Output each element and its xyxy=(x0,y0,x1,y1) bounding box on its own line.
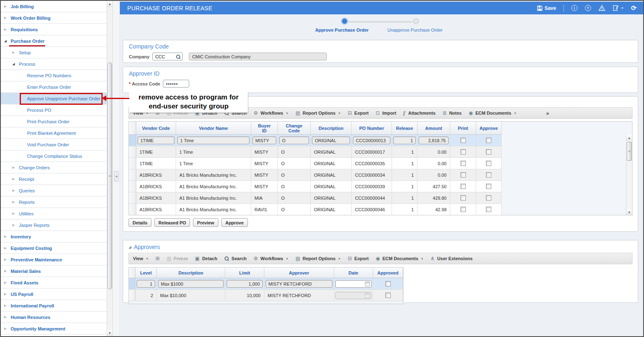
print-checkbox[interactable] xyxy=(461,172,466,178)
step-approve-label[interactable]: Approve Purchase Order xyxy=(305,28,379,32)
sidebar-item-requisitions[interactable]: ▶Requisitions xyxy=(1,24,107,35)
row-header-cell[interactable] xyxy=(129,135,136,146)
print-checkbox[interactable] xyxy=(461,207,466,212)
sidebar-item-purchase-order[interactable]: ◢Purchase Order xyxy=(1,35,107,47)
row-header-cell[interactable] xyxy=(129,169,136,180)
column-header-description[interactable]: Description xyxy=(311,122,352,134)
sidebar-item-void-purchase-order[interactable]: Void Purchase Order xyxy=(1,139,107,150)
help-button[interactable]: ? xyxy=(585,5,591,11)
expand-arrow-icon[interactable]: ▶ xyxy=(4,304,11,307)
approved-checkbox[interactable] xyxy=(385,281,391,286)
level-input[interactable]: 1 xyxy=(137,280,155,288)
report-options-button[interactable]: ▤Report Options▼ xyxy=(296,111,341,115)
po-grid-scrollbar-thumb[interactable]: ≡ xyxy=(627,142,632,161)
expand-arrow-icon[interactable]: ▶ xyxy=(4,5,11,8)
save-button[interactable]: Save xyxy=(537,5,556,11)
notes-button[interactable]: ≣Notes xyxy=(442,111,462,115)
scroll-down-arrow-icon[interactable]: ▼ xyxy=(626,209,632,215)
warning-button[interactable] xyxy=(598,5,605,11)
edit-form-button[interactable]: ▼ xyxy=(613,5,624,11)
sidebar-item-preventive-maintenance[interactable]: ▶Preventive Maintenance xyxy=(1,254,107,265)
sidebar-item-us-payroll[interactable]: ▶US Payroll xyxy=(1,289,107,300)
table-row[interactable]: 1Max $10001,000MISTY RETCHFORD xyxy=(129,278,403,290)
user-extensions-button[interactable]: ⋔User Extensions xyxy=(431,256,472,261)
column-header-release[interactable]: Release xyxy=(392,122,417,134)
print-checkbox[interactable] xyxy=(461,161,466,166)
collapse-arrow-icon[interactable]: ◢ xyxy=(12,62,19,66)
expand-arrow-icon[interactable]: ▶ xyxy=(12,200,19,204)
ecm-documents-button[interactable]: ◉ECM Documents▼ xyxy=(469,111,517,115)
approve-checkbox[interactable] xyxy=(486,184,491,189)
report-options-button[interactable]: ▤Report Options▼ xyxy=(296,256,341,261)
sidebar-item-change-orders[interactable]: ▶Change Orders xyxy=(1,162,107,173)
calendar-icon[interactable] xyxy=(365,293,370,298)
table-row[interactable]: A1BRICKSA1 Bricks Manufacturing Inc.MIST… xyxy=(129,181,502,192)
column-header-date[interactable]: Date xyxy=(334,268,373,278)
qbe-button[interactable]: ⊞ xyxy=(156,111,160,115)
print-checkbox[interactable] xyxy=(461,184,466,189)
sidebar-item-equipment-costing[interactable]: ▶Equipment Costing xyxy=(1,242,107,254)
expand-arrow-icon[interactable]: ▶ xyxy=(4,258,11,261)
scroll-down-arrow-icon[interactable]: ▼ xyxy=(107,330,112,336)
approve-checkbox[interactable] xyxy=(486,138,491,143)
sidebar-item-opportunity-management[interactable]: ▶Opportunity Management xyxy=(1,323,107,335)
row-header-cell[interactable] xyxy=(129,146,136,157)
access-code-input[interactable]: •••••• xyxy=(163,80,189,88)
expand-arrow-icon[interactable]: ▶ xyxy=(4,246,11,250)
sidebar-item-inventory[interactable]: ▶Inventory xyxy=(1,231,107,242)
workflows-button[interactable]: ⚙Workflows▼ xyxy=(254,111,289,115)
company-code-input[interactable]: CCC xyxy=(152,53,183,60)
column-header-vendor-code[interactable]: Vendor Code xyxy=(136,122,176,134)
column-header-vendor-name[interactable]: Vendor Name xyxy=(176,122,251,134)
expand-arrow-icon[interactable]: ▶ xyxy=(4,269,11,273)
sidebar-item-change-compliance-status[interactable]: Change Compliance Status xyxy=(1,150,107,162)
column-header-approver[interactable]: Approver xyxy=(264,268,334,278)
sidebar-item-material-sales[interactable]: ▶Material Sales xyxy=(1,265,107,277)
buyer_id-input[interactable]: MISTY xyxy=(252,136,276,144)
column-header-amount[interactable]: Amount xyxy=(417,122,450,134)
freeze-button[interactable]: ▥Freeze xyxy=(167,256,188,261)
sidebar-item-work-order-billing[interactable]: ▶Work Order Billing xyxy=(1,12,107,24)
qbe-button[interactable]: ⊞ xyxy=(156,256,160,261)
sidebar-item-process-po[interactable]: Process PO xyxy=(1,104,107,116)
change_code-input[interactable]: O xyxy=(279,136,309,144)
row-header-cell[interactable] xyxy=(129,278,135,289)
section-expand-icon[interactable]: ◢ xyxy=(128,245,131,249)
calendar-icon[interactable] xyxy=(365,282,370,286)
detach-button[interactable]: ▣Detach xyxy=(195,256,217,261)
sidebar-item-international-payroll[interactable]: ▶International Payroll xyxy=(1,300,107,312)
workflows-button[interactable]: ⚙Workflows▼ xyxy=(254,256,289,261)
print-checkbox[interactable] xyxy=(461,195,466,201)
column-header-level[interactable]: Level xyxy=(135,268,157,278)
sidebar-scrollbar-thumb[interactable]: ≡ xyxy=(108,62,112,289)
export-button[interactable]: ⊟Export xyxy=(348,111,369,115)
sidebar-item-approve-unapprove-purchase-order[interactable]: Approve Unapprove Purchase Order xyxy=(1,93,107,104)
preview-button[interactable]: Preview xyxy=(193,218,218,227)
po-grid-scrollbar[interactable]: ▲ ≡ ▼ xyxy=(626,135,632,215)
expand-arrow-icon[interactable]: ▶ xyxy=(4,327,11,330)
table-row[interactable]: A1BRICKSA1 Bricks Manufacturing Inc.RAVI… xyxy=(129,204,502,215)
column-header-print[interactable]: Print xyxy=(450,122,476,134)
expand-arrow-icon[interactable]: ▶ xyxy=(4,235,11,238)
released-po-button[interactable]: Released PO xyxy=(154,218,190,227)
table-row[interactable]: A1BRICKSA1 Bricks Manufacturing Inc.MIAO… xyxy=(129,192,502,204)
column-header-limit[interactable]: Limit xyxy=(225,268,264,278)
date-input[interactable] xyxy=(335,280,371,288)
expand-arrow-icon[interactable]: ▶ xyxy=(12,51,19,54)
sidebar-item-human-resources[interactable]: ▶Human Resources xyxy=(1,312,107,323)
row-header-cell[interactable] xyxy=(129,181,136,192)
step-unapprove-label[interactable]: Unapprove Purchase Order xyxy=(378,28,452,32)
row-header-cell[interactable] xyxy=(129,290,135,301)
details-button[interactable]: Details xyxy=(128,218,151,227)
expand-arrow-icon[interactable]: ▶ xyxy=(4,292,11,296)
row-header-cell[interactable] xyxy=(129,192,136,203)
row-header-cell[interactable] xyxy=(129,158,136,169)
approved-checkbox[interactable] xyxy=(385,293,391,298)
scroll-up-arrow-icon[interactable]: ▲ xyxy=(626,135,632,141)
attachments-button[interactable]: ∥Attachments xyxy=(403,111,435,115)
limit-input[interactable]: 1,000 xyxy=(227,280,263,288)
vendor_name-input[interactable]: 1 Time xyxy=(177,136,250,144)
approve-checkbox[interactable] xyxy=(486,161,491,166)
collapse-arrow-icon[interactable]: ◢ xyxy=(4,39,11,43)
po_number-input[interactable]: CCC00000013 xyxy=(353,136,390,144)
